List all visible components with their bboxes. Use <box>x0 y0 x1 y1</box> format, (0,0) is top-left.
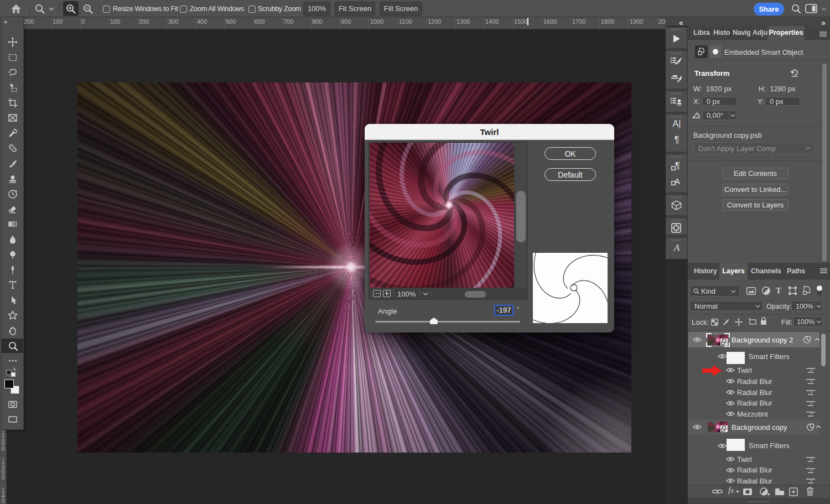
svg-text:¶: ¶ <box>675 161 680 170</box>
